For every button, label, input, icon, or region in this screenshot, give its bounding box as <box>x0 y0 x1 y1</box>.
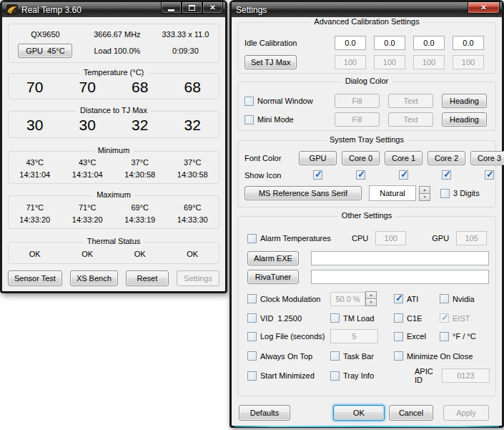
tm-load-checkbox[interactable]: TM Load <box>330 313 374 323</box>
mini-text-button: Text <box>388 112 433 127</box>
set-tj-max-button[interactable]: Set TJ Max <box>244 55 297 69</box>
alarm-exe-button[interactable]: Alarm EXE <box>247 251 299 265</box>
alarm-exe-row: Alarm EXE <box>244 251 489 265</box>
start-minimized-checkbox[interactable]: Start Minimized <box>247 371 330 381</box>
eist-checkbox: EIST <box>440 313 470 323</box>
realtemp-window: Real Temp 3.60 ✕ QX9650 3666.67 MHz 333.… <box>0 0 227 293</box>
excel-checkbox[interactable]: Excel <box>394 332 426 341</box>
idle-calibration-core2-input[interactable] <box>413 36 445 50</box>
alarm-temperatures-checkbox[interactable]: Alarm Temperatures <box>247 234 352 243</box>
vid-checkbox[interactable]: VID 1.2500 <box>247 313 330 323</box>
mini-heading-button[interactable]: Heading <box>442 112 487 127</box>
reset-button[interactable]: Reset <box>126 270 169 286</box>
task-bar-checkbox[interactable]: Task Bar <box>330 351 374 361</box>
c1e-checkbox[interactable]: C1E <box>394 313 422 323</box>
checkbox-icon <box>440 294 449 303</box>
mini-mode-checkbox[interactable]: Mini Mode <box>244 115 335 124</box>
spinner-up-icon[interactable]: ▲ <box>419 186 430 194</box>
checkbox-icon <box>394 313 403 323</box>
minimize-on-close-checkbox[interactable]: Minimize On Close <box>394 351 473 361</box>
gpu-temp-button[interactable]: GPU 45°C <box>18 44 72 58</box>
always-on-top-checkbox[interactable]: Always On Top <box>247 351 330 361</box>
spinner-down-icon[interactable]: ▼ <box>419 194 430 201</box>
temp-core2: 68 <box>114 79 167 96</box>
checkbox-icon <box>247 234 257 243</box>
nvidia-checkbox[interactable]: Nvidia <box>440 294 475 303</box>
font-style-spinner[interactable]: ▲ ▼ <box>419 186 430 201</box>
temp-core1: 70 <box>61 79 114 96</box>
log-file-checkbox[interactable]: Log File (seconds) <box>247 332 330 341</box>
three-digits-checkbox[interactable]: 3 Digits <box>440 189 480 198</box>
settings-window-title: Settings <box>236 5 267 15</box>
min-temp-core2: 37°C <box>114 157 167 169</box>
font-color-gpu-button[interactable]: GPU <box>299 151 337 165</box>
show-icon-core2-checkbox[interactable] <box>442 170 451 180</box>
idle-calibration-core3-input[interactable] <box>453 36 484 50</box>
desktop: Real Temp 3.60 ✕ QX9650 3666.67 MHz 333.… <box>0 0 504 430</box>
cpu-load: Load 100.0% <box>82 47 152 55</box>
max-time-core2: 14:33:19 <box>114 214 167 226</box>
max-temp-core2: 69°C <box>114 202 167 214</box>
checkbox-icon <box>394 294 403 303</box>
sensor-test-button[interactable]: Sensor Test <box>8 270 62 286</box>
minimize-button[interactable] <box>161 1 182 14</box>
spinner-down-icon[interactable]: ▼ <box>365 299 377 306</box>
minimize-icon <box>168 9 174 11</box>
other-settings-group: Other Settings Alarm Temperatures CPU GP… <box>237 216 496 396</box>
spinner-up-icon[interactable]: ▲ <box>365 291 377 299</box>
rivatuner-path-input[interactable] <box>311 270 489 284</box>
checkbox-icon <box>247 294 257 303</box>
font-color-label: Font Color <box>244 154 299 162</box>
alarm-exe-path-input[interactable] <box>311 251 489 265</box>
min-time-core2: 14:30:58 <box>114 169 167 181</box>
clock-modulation-spinner[interactable]: ▲ ▼ <box>365 291 377 306</box>
ati-checkbox[interactable]: ATI <box>394 294 418 303</box>
rivatuner-row: RivaTuner <box>244 270 489 284</box>
realtemp-button-row: Sensor Test XS Bench Reset Settings <box>8 270 219 286</box>
show-icon-core3-checkbox[interactable] <box>485 170 494 180</box>
fahrenheit-celsius-checkbox[interactable]: °F / °C <box>440 332 476 341</box>
temperature-group: Temperature (°C) 70 70 68 68 <box>8 73 219 99</box>
log-file-interval-input <box>330 329 378 343</box>
temperature-group-title: Temperature (°C) <box>80 68 147 77</box>
checkbox-icon <box>440 189 450 198</box>
tray-info-checkbox[interactable]: Tray Info <box>330 371 374 381</box>
idle-calibration-core1-input[interactable] <box>374 36 405 50</box>
show-icon-core1-checkbox[interactable] <box>399 170 408 180</box>
clock-modulation-checkbox[interactable]: Clock Modulation <box>247 294 330 303</box>
show-icon-gpu-checkbox[interactable] <box>313 170 322 180</box>
realtemp-titlebar[interactable]: Real Temp 3.60 ✕ <box>2 2 225 17</box>
maximum-group: Maximum 71°C 71°C 69°C 69°C 14:33:20 14:… <box>8 195 219 229</box>
close-icon-button[interactable]: ✕ <box>202 1 223 14</box>
defaults-button[interactable]: Defaults <box>239 405 290 421</box>
cpu-info-group: QX9650 3666.67 MHz 333.33 x 11.0 GPU 45°… <box>8 24 219 63</box>
normal-heading-button[interactable]: Heading <box>442 94 487 108</box>
rivatuner-button[interactable]: RivaTuner <box>247 270 299 284</box>
start-minimized-row: Start Minimized Tray Info APIC ID <box>244 367 489 384</box>
font-color-core3-button[interactable]: Core 3 <box>470 151 504 165</box>
close-icon: ✕ <box>480 4 486 11</box>
settings-close-button[interactable]: ✕ <box>468 1 500 14</box>
idle-calibration-core0-input[interactable] <box>335 36 366 50</box>
settings-titlebar[interactable]: Settings ✕ <box>232 2 502 17</box>
min-time-core3: 14:30:58 <box>167 169 219 181</box>
clock-modulation-row: Clock Modulation ▲ ▼ ATI <box>244 291 489 306</box>
tj-max-core1-input <box>374 55 405 69</box>
apic-id-input <box>442 368 490 383</box>
dist-core1: 30 <box>61 117 114 134</box>
font-color-core1-button[interactable]: Core 1 <box>385 151 423 165</box>
maximize-button[interactable] <box>182 1 202 14</box>
font-color-core2-button[interactable]: Core 2 <box>428 151 465 165</box>
distance-tjmax-title: Distance to TJ Max <box>76 106 151 114</box>
minimum-group: Minimum 43°C 43°C 37°C 37°C 14:31:04 14:… <box>8 151 219 184</box>
ok-button[interactable]: OK <box>333 405 385 421</box>
tray-font-style-value[interactable]: Natural <box>369 185 416 201</box>
show-icon-core0-checkbox[interactable] <box>356 170 365 180</box>
normal-window-checkbox[interactable]: Normal Window <box>244 97 335 106</box>
font-color-core0-button[interactable]: Core 0 <box>342 151 380 165</box>
cancel-button[interactable]: Cancel <box>389 405 433 421</box>
xs-bench-button[interactable]: XS Bench <box>70 270 118 286</box>
thermal-core3: OK <box>167 248 219 260</box>
tray-font-button[interactable]: MS Reference Sans Serif <box>244 186 362 200</box>
maximize-icon <box>189 5 195 11</box>
